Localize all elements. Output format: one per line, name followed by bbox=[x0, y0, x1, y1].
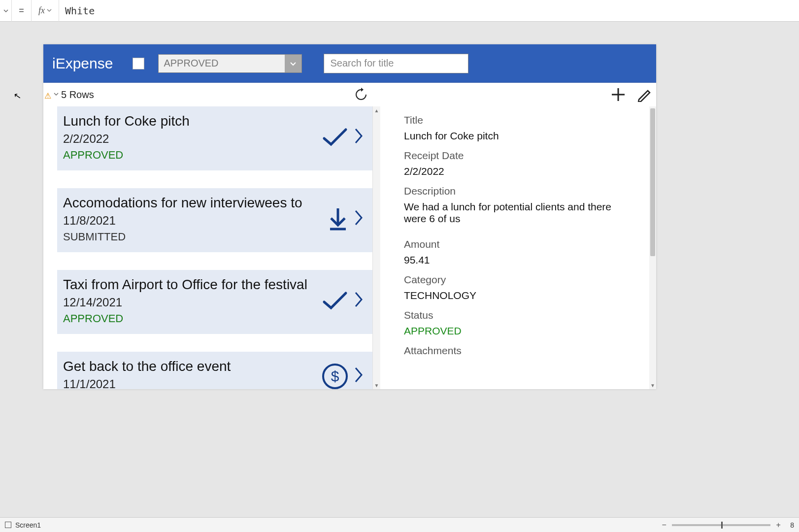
warning-icon: ⚠ bbox=[44, 91, 51, 100]
fx-button[interactable]: fx bbox=[32, 0, 59, 22]
zoom-value: 8 bbox=[790, 521, 794, 529]
item-title: Taxi from Airport to Office for the fest… bbox=[63, 277, 317, 293]
equals-button[interactable]: = bbox=[12, 0, 32, 22]
detail-scrollbar[interactable]: ▼ bbox=[649, 106, 656, 389]
item-status: APPROVED bbox=[63, 312, 317, 325]
field-value-status: APPROVED bbox=[404, 325, 633, 337]
item-date: 11/1/2021 bbox=[63, 377, 317, 389]
formula-bar: = fx White bbox=[0, 0, 799, 22]
list-pane: ⚠ 5 Rows L bbox=[43, 83, 380, 389]
list-toolbar: ⚠ 5 Rows bbox=[43, 83, 380, 106]
detail-body[interactable]: Title Lunch for Coke pitch Receipt Date … bbox=[380, 106, 656, 389]
detail-pane: Title Lunch for Coke pitch Receipt Date … bbox=[380, 83, 656, 389]
item-title: Get back to the office event bbox=[63, 359, 317, 374]
refresh-button[interactable] bbox=[354, 87, 368, 102]
status-filter-selected: APPROVED bbox=[159, 55, 285, 72]
app-header: iExpense APPROVED bbox=[43, 44, 656, 83]
field-label-title: Title bbox=[404, 114, 633, 126]
zoom-control[interactable]: − + 8 bbox=[660, 521, 794, 530]
status-bar: Screen1 − + 8 bbox=[0, 517, 799, 532]
download-icon bbox=[327, 206, 349, 232]
check-icon bbox=[321, 290, 349, 312]
fx-label: fx bbox=[38, 5, 45, 16]
item-status: SUBMITTED bbox=[63, 231, 323, 243]
chevron-right-icon[interactable] bbox=[354, 290, 364, 313]
field-value-amount: 95.41 bbox=[404, 254, 633, 266]
zoom-out-button[interactable]: − bbox=[660, 521, 668, 530]
cursor-icon: ↖ bbox=[13, 90, 22, 102]
list-item[interactable]: Get back to the office event 11/1/2021 $ bbox=[57, 352, 372, 389]
app-preview: iExpense APPROVED ⚠ 5 Rows bbox=[43, 44, 656, 389]
zoom-slider[interactable] bbox=[672, 524, 770, 526]
chevron-right-icon[interactable] bbox=[354, 208, 364, 231]
screen-icon bbox=[5, 522, 11, 528]
dollar-icon: $ bbox=[321, 363, 349, 389]
filter-checkbox[interactable] bbox=[133, 58, 144, 69]
item-date: 11/8/2021 bbox=[63, 214, 323, 228]
scroll-up-icon[interactable]: ▲ bbox=[373, 106, 380, 114]
scroll-down-icon[interactable]: ▼ bbox=[649, 381, 656, 389]
zoom-in-button[interactable]: + bbox=[774, 521, 782, 530]
item-title: Lunch for Coke pitch bbox=[63, 113, 317, 129]
field-label-attachments: Attachments bbox=[404, 345, 633, 357]
scrollbar-thumb[interactable] bbox=[650, 108, 655, 256]
field-value-receipt-date: 2/2/2022 bbox=[404, 166, 633, 177]
chevron-right-icon[interactable] bbox=[354, 365, 364, 388]
check-icon bbox=[321, 127, 349, 148]
zoom-thumb[interactable] bbox=[721, 522, 723, 529]
field-label-status: Status bbox=[404, 309, 633, 321]
app-title: iExpense bbox=[52, 55, 113, 72]
field-label-amount: Amount bbox=[404, 238, 633, 250]
row-count-label: 5 Rows bbox=[61, 89, 94, 100]
chevron-right-icon[interactable] bbox=[354, 126, 364, 149]
chevron-down-icon bbox=[47, 8, 52, 14]
svg-text:$: $ bbox=[331, 368, 339, 384]
field-label-category: Category bbox=[404, 274, 633, 286]
list-item[interactable]: Accomodations for new interviewees to 11… bbox=[57, 188, 372, 252]
formula-input[interactable]: White bbox=[59, 5, 95, 17]
item-title: Accomodations for new interviewees to bbox=[63, 195, 323, 211]
app-body: ⚠ 5 Rows L bbox=[43, 83, 656, 389]
canvas: ↖ iExpense APPROVED ⚠ bbox=[0, 22, 799, 517]
item-date: 12/14/2021 bbox=[63, 296, 317, 309]
search-input[interactable] bbox=[324, 54, 468, 73]
list-scrollbar[interactable]: ▲ ▼ bbox=[372, 106, 380, 389]
edit-button[interactable] bbox=[636, 87, 651, 102]
item-status: APPROVED bbox=[63, 149, 317, 162]
field-label-description: Description bbox=[404, 185, 633, 197]
list-item[interactable]: Lunch for Coke pitch 2/2/2022 APPROVED bbox=[57, 106, 372, 170]
list-scroll[interactable]: Lunch for Coke pitch 2/2/2022 APPROVED bbox=[43, 106, 380, 389]
field-label-receipt-date: Receipt Date bbox=[404, 150, 633, 162]
add-button[interactable] bbox=[610, 86, 627, 103]
field-value-description: We had a lunch for potential clients and… bbox=[404, 201, 633, 231]
detail-toolbar bbox=[380, 83, 656, 106]
chevron-down-icon[interactable] bbox=[285, 55, 301, 72]
item-date: 2/2/2022 bbox=[63, 132, 317, 146]
field-value-title: Lunch for Coke pitch bbox=[404, 130, 633, 142]
field-value-category: TECHNOLOGY bbox=[404, 290, 633, 301]
property-dropdown[interactable] bbox=[0, 0, 12, 22]
chevron-down-icon[interactable] bbox=[53, 91, 59, 99]
status-filter-dropdown[interactable]: APPROVED bbox=[158, 54, 302, 73]
scroll-down-icon[interactable]: ▼ bbox=[373, 381, 380, 389]
screen-name: Screen1 bbox=[15, 521, 41, 529]
list-item[interactable]: Taxi from Airport to Office for the fest… bbox=[57, 270, 372, 334]
